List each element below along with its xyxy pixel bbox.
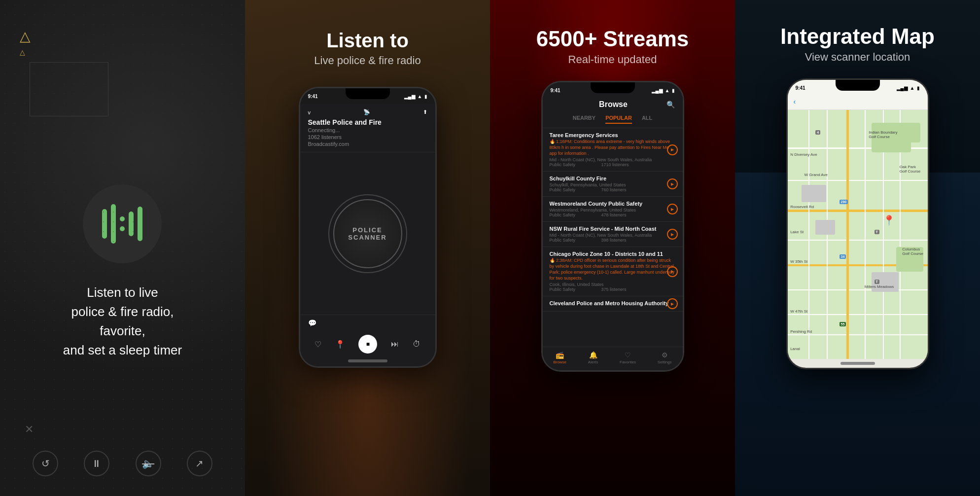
building-2: [815, 220, 835, 235]
browse-nav-label: Browse: [553, 360, 566, 364]
station-row-2[interactable]: Schuylkill County Fire Schuylkill, Penns…: [543, 172, 683, 197]
settings-icon: ⚙: [662, 351, 668, 359]
phone-notch-3: [591, 82, 635, 93]
station-name-4: NSW Rural Fire Service - Mid North Coast: [550, 226, 676, 232]
station-row-3[interactable]: Westmoreland County Public Safety Westmo…: [543, 197, 683, 222]
station-row-5[interactable]: Chicago Police Zone 10 - Districts 10 an…: [543, 247, 683, 296]
panel-2-header: Listen to Live police & fire radio: [299, 0, 435, 82]
station-connecting: Connecting...: [308, 127, 427, 133]
shield-34: 34: [840, 254, 846, 259]
bottom-nav: 📻 Browse 🔔 Alerts ♡ Favorites ⚙ Settings: [543, 347, 683, 370]
play-button-6[interactable]: ▶: [667, 298, 678, 309]
map-label-8: W 47th St: [790, 309, 807, 314]
map-label-5: Lake St: [790, 230, 804, 234]
phone-notch-2: [346, 88, 390, 99]
play-button-3[interactable]: ▶: [667, 204, 678, 214]
status-time-4: 9:41: [796, 85, 805, 91]
panel-2-title: Listen to: [314, 30, 420, 51]
search-icon-3[interactable]: 🔍: [666, 101, 675, 108]
tabs-row: NEARBY POPULAR ALL: [543, 113, 683, 128]
nav-alerts[interactable]: 🔔 Alerts: [588, 351, 598, 364]
nav-favorites[interactable]: ♡ Favorites: [620, 351, 636, 364]
panel-4-subtitle: View scanner location: [780, 51, 935, 64]
shield-4-gray: 4: [815, 130, 820, 135]
station-meta-1: Mid - North Coast (NC), New South Wales,…: [550, 157, 676, 162]
nav-browse[interactable]: 📻 Browse: [553, 351, 566, 364]
police-scanner-area: POLICE SCANNER: [300, 152, 435, 315]
wifi-icon-2: ▲: [418, 94, 422, 99]
settings-nav-label: Settings: [658, 360, 672, 364]
map-area[interactable]: N Diversey Ave Indian BoundaryGolf Cours…: [788, 110, 928, 359]
panel-4: Integrated Map View scanner location 9:4…: [735, 0, 980, 496]
phone-screen-2: v 📡 ⬆ Seattle Police and Fire Connecting…: [300, 104, 435, 366]
shield-55: 55: [840, 322, 846, 326]
play-button-2[interactable]: ▶: [667, 178, 678, 189]
battery-icon-4: ▮: [917, 85, 920, 91]
location-icon[interactable]: 📍: [335, 340, 345, 349]
map-header-4: ‹: [788, 96, 928, 110]
status-icons-3: ▂▄▆ ▲ ▮: [652, 88, 675, 93]
signal-icon-4: ▂▄▆: [897, 85, 908, 91]
station-row-6[interactable]: Cleveland Police and Metro Housing Autho…: [543, 296, 683, 312]
phone-controls-2: ♡ 📍 ■ ⏭ ⏱: [300, 331, 435, 359]
stop-button[interactable]: ■: [358, 335, 377, 354]
station-row-4[interactable]: NSW Rural Fire Service - Mid North Coast…: [543, 222, 683, 247]
skip-icon[interactable]: ⏭: [391, 340, 399, 349]
station-name-3: Westmoreland County Public Safety: [550, 201, 676, 207]
station-list: Taree Emergency Services 🔥 1:16PM: Condi…: [543, 128, 683, 347]
timer-icon[interactable]: ⏱: [413, 340, 420, 349]
panel-4-header: Integrated Map View scanner location: [766, 0, 949, 76]
station-meta-2: Schuylkill, Pennsylvania, United States: [550, 182, 676, 187]
tab-all[interactable]: ALL: [642, 115, 652, 124]
favorites-icon: ♡: [625, 351, 631, 359]
status-time-2: 9:41: [308, 94, 318, 99]
nav-settings[interactable]: ⚙ Settings: [658, 351, 672, 364]
shield-290: 290: [840, 200, 848, 204]
heart-icon[interactable]: ♡: [315, 340, 321, 349]
subtitle-icon[interactable]: 💬: [308, 319, 316, 327]
panel-4-title: Integrated Map: [780, 25, 935, 48]
station-listeners: 1062 listeners: [308, 134, 427, 140]
station-name: Seattle Police and Fire: [308, 118, 427, 126]
station-row-1[interactable]: Taree Emergency Services 🔥 1:16PM: Condi…: [543, 128, 683, 172]
station-cat-5: Public Safety 375 listeners: [550, 287, 676, 292]
browse-icon: 📻: [556, 351, 564, 359]
shield-bot: T: [875, 280, 879, 284]
shield-top: T: [875, 230, 879, 234]
station-url: Broadcastify.com: [308, 141, 427, 147]
stop-icon: ■: [366, 341, 370, 348]
scanner-circle-inner: POLICE SCANNER: [333, 199, 402, 268]
favorites-nav-label: Favorites: [620, 360, 636, 364]
map-label-12: W Grand Ave: [805, 173, 828, 177]
panel-2: Listen to Live police & fire radio 9:41 …: [245, 0, 490, 496]
play-button-1[interactable]: ▶: [667, 144, 678, 155]
battery-icon-3: ▮: [672, 88, 675, 93]
tab-nearby[interactable]: NEARBY: [573, 115, 595, 124]
phone-bottom-bar-2: 💬: [300, 315, 435, 331]
station-cat-4: Public Safety 398 listeners: [550, 238, 676, 243]
status-icons-4: ▂▄▆ ▲ ▮: [897, 85, 920, 91]
map-back-button[interactable]: ‹: [794, 98, 796, 106]
status-time-3: 9:41: [551, 88, 560, 93]
panel-1: △△ Listen to live police & fire radio, f…: [0, 0, 245, 496]
station-name-6: Cleveland Police and Metro Housing Autho…: [550, 300, 676, 306]
building-1: [802, 185, 826, 202]
play-button-5[interactable]: ▶: [667, 266, 678, 277]
station-meta-5: Cook, Illinois, United States: [550, 282, 676, 287]
signal-icon-2: ▂▄▆: [404, 94, 416, 99]
play-button-4[interactable]: ▶: [667, 229, 678, 240]
status-icons-2: ▂▄▆ ▲ ▮: [404, 94, 427, 99]
chevron-down-icon[interactable]: v: [308, 109, 311, 115]
panel-2-subtitle: Live police & fire radio: [314, 54, 420, 67]
road-v-1: [808, 110, 809, 359]
tab-popular[interactable]: POPULAR: [605, 115, 632, 124]
station-cat-1: Public Safety 1710 listeners: [550, 162, 676, 167]
share-icon[interactable]: ⬆: [423, 109, 427, 115]
signal-icon-3: ▂▄▆: [652, 88, 663, 93]
panel-3-header: 6500+ Streams Real-time updated: [522, 0, 703, 78]
phone-mockup-3: 9:41 ▂▄▆ ▲ ▮ Browse 🔍 NEARBY POPULAR ALL: [541, 81, 684, 372]
radio-icon[interactable]: 📡: [363, 109, 370, 115]
station-desc-5: 🔥 2:38AM: CPD officer in serious conditi…: [550, 258, 676, 281]
map-label-3: Oak ParkGolf Course: [900, 165, 921, 174]
panel-3-title: 6500+ Streams: [536, 27, 689, 51]
